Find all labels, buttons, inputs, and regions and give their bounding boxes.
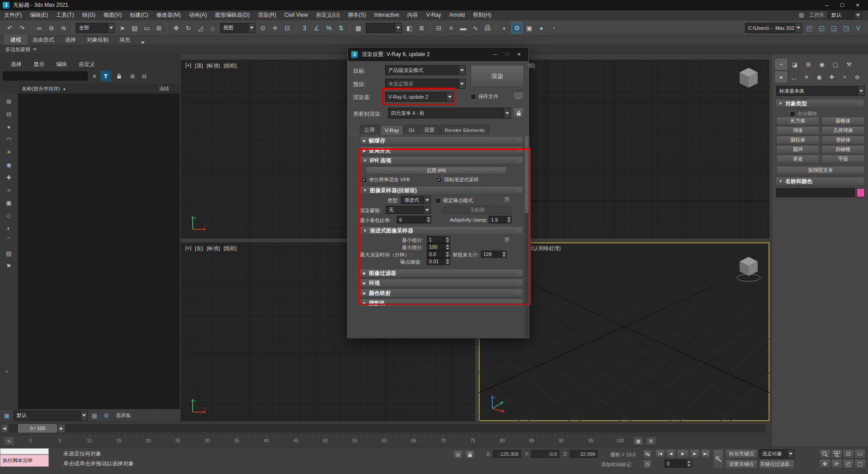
trackbar-option-icon-2[interactable]: ⧉ [646,436,656,446]
ribbon-tab-populate[interactable]: 填充 [114,35,136,45]
menu-create[interactable]: 创建(C) [126,10,152,20]
active-layer-dropdown[interactable]: 默认 [14,411,88,421]
pan-view-icon[interactable]: ✥ [819,459,830,469]
track-bar-ruler[interactable]: 0510152025303540455055606570758085909510… [18,435,627,447]
menu-rendering[interactable]: 渲染(R) [254,10,280,20]
menu-file[interactable]: 文件(F) [0,10,26,20]
select-by-name-icon[interactable]: ▤ [129,22,140,33]
toggle-layer-explorer-icon[interactable]: ≡ [445,22,457,33]
keyboard-override-icon[interactable]: ⊡ [282,22,293,33]
selection-lock-icon[interactable] [465,450,475,459]
display-bones-icon[interactable]: ⌒ [3,235,15,246]
previous-frame-button[interactable]: ◀ [666,449,676,458]
rollout-image-filter[interactable]: 图像过滤器 [360,269,524,278]
spinner-arrows[interactable] [445,258,450,265]
render-iterative-icon[interactable]: ◔ [548,22,559,33]
viewport-label-style[interactable]: [标准] [207,245,220,252]
rollout-color-mapping[interactable]: 颜色映射 [360,289,524,298]
bind-to-space-warp-icon[interactable]: ≋ [58,22,69,33]
target-dropdown[interactable]: 产品级渲染模式 [385,65,466,75]
menu-customize[interactable]: 自定义(U) [312,10,344,20]
pyramid-button[interactable]: 四棱锥 [821,145,865,154]
spinner-arrows[interactable] [445,251,450,257]
window-close-button[interactable]: ✕ [850,0,865,10]
start-ipr-button[interactable]: 启用 IPR [366,166,507,175]
dialog-tab-gi[interactable]: GI [404,125,419,135]
help-button[interactable]: ? [503,196,510,203]
undo-icon[interactable]: ↶ [4,22,15,33]
explorer-menu-customize[interactable]: 自定义 [79,61,95,68]
menu-tools[interactable]: 工具(T) [52,10,78,20]
set-key-icon[interactable] [713,449,724,469]
render-mask-dropdown[interactable]: 无 [386,206,431,214]
rollout-camera[interactable]: 摄影机 [360,299,524,308]
menu-animation[interactable]: 动画(A) [185,10,211,20]
autogrid-checkbox[interactable]: 自动栅格 [790,110,817,117]
material-editor-icon[interactable]: ◐ [499,22,510,33]
save-file-checkbox[interactable]: 保存文件 [471,93,498,100]
zoom-icon[interactable] [819,449,830,459]
explorer-menu-select[interactable]: 选择 [11,61,22,68]
noise-threshold-spinner[interactable]: 0.01 [427,258,450,265]
window-crossing-icon[interactable]: ⊞ [153,22,165,33]
object-color-swatch[interactable] [857,188,865,197]
sphere-button[interactable]: 球体 [776,126,820,135]
menu-civil-view[interactable]: Civil View [280,10,312,20]
select-and-move-icon[interactable]: ✥ [170,22,182,33]
viewport-label-menu[interactable]: [+] [185,62,191,69]
spinner-arrows[interactable] [686,460,691,467]
utilities-tab-icon[interactable]: ⚒ [843,59,855,70]
lock-noise-pattern-checkbox[interactable]: 锁定噪点模式 [435,197,473,204]
adaptivity-clamp-spinner[interactable]: 1.5 [489,216,512,223]
display-space-warps-icon[interactable]: ≈ [3,185,15,195]
list-view-icon[interactable]: ▤ [90,411,99,420]
schematic-view-icon[interactable]: 品 [482,22,493,33]
ribbon-tab-freeform[interactable]: 自由形式 [27,35,60,45]
rollout-image-sampler[interactable]: 图像采样器(抗锯齿) [360,186,524,195]
sampler-type-dropdown[interactable]: 渐进式 [401,196,431,204]
orbit-icon[interactable]: ⟳ [831,459,842,469]
spinner-arrows[interactable] [445,244,450,250]
spinner-arrows[interactable] [426,216,431,223]
selection-filter-dropdown[interactable]: 全部 [76,23,115,33]
rollout-object-type[interactable]: 对象类型 [775,99,865,108]
key-mode-toggle-icon[interactable]: ↹ [643,450,652,459]
filter-icon[interactable] [100,71,111,81]
maxscript-macro-line[interactable]: 执行脚本完毕 [0,455,49,467]
expand-panel-icon[interactable]: › [3,366,11,376]
reference-coordinate-dropdown[interactable]: 视图 [220,23,255,33]
cylinder-button[interactable]: 圆柱体 [776,136,820,144]
force-progressive-checkbox[interactable]: 强制渐进式采样 [436,176,479,183]
cone-button[interactable]: 圆锥体 [821,117,865,125]
dialog-titlebar[interactable]: 3 渲染设置: V-Ray 6, update 2 ─ ☐ ✕ [348,47,528,61]
explorer-search-input[interactable] [3,71,88,81]
menu-interactive[interactable]: Interactive [370,10,403,20]
toggle-scene-explorer-icon[interactable]: ⊟ [433,22,444,33]
scrollbar-thumb[interactable] [525,136,528,213]
add-time-tag[interactable]: 添加时间标记 [601,461,631,468]
ribbon-tab-selection[interactable]: 选择 [60,35,81,45]
y-coordinate-field[interactable]: -0.0 [531,450,559,458]
collapse-all-icon[interactable]: ⊟ [3,109,15,119]
pan-2d-icon[interactable]: ◰ [843,459,854,469]
viewport-label-menu[interactable]: [+] [185,245,191,252]
selection-filter-dropdown-statusbar[interactable]: 选定对象 [759,449,794,459]
explorer-menu-edit[interactable]: 编辑 [56,61,67,68]
layer-manager-icon[interactable]: ▦ [2,411,12,420]
explorer-column-header[interactable]: 名称(按升序排序) ▲ 冻结 [18,84,180,94]
expand-all-icon[interactable]: ⊞ [3,96,15,107]
fit-resolution-vfb-checkbox[interactable]: 使分辨率适合 VFB [361,176,410,183]
menu-help[interactable]: 帮助(H) [469,10,495,20]
help-button[interactable]: ? [503,236,510,243]
ray-bundle-size-spinner[interactable]: 128 [481,251,507,258]
window-minimize-button[interactable]: ─ [819,0,835,10]
window-maximize-button[interactable]: ☐ [835,0,850,10]
menu-vray[interactable]: V-Ray [422,10,445,20]
menu-modifiers[interactable]: 修改器(M) [152,10,185,20]
toolbar-misc-icon-1[interactable]: ◰ [804,22,815,33]
lock-explorer-icon[interactable] [114,71,124,81]
next-frame-arrow[interactable]: ▶ [58,424,65,432]
menu-scripting[interactable]: 脚本(S) [344,10,370,20]
view-to-render-dropdown[interactable]: 四元菜单 4 - 前 [388,108,511,118]
viewport-label-shading[interactable]: [线框] [223,62,236,69]
